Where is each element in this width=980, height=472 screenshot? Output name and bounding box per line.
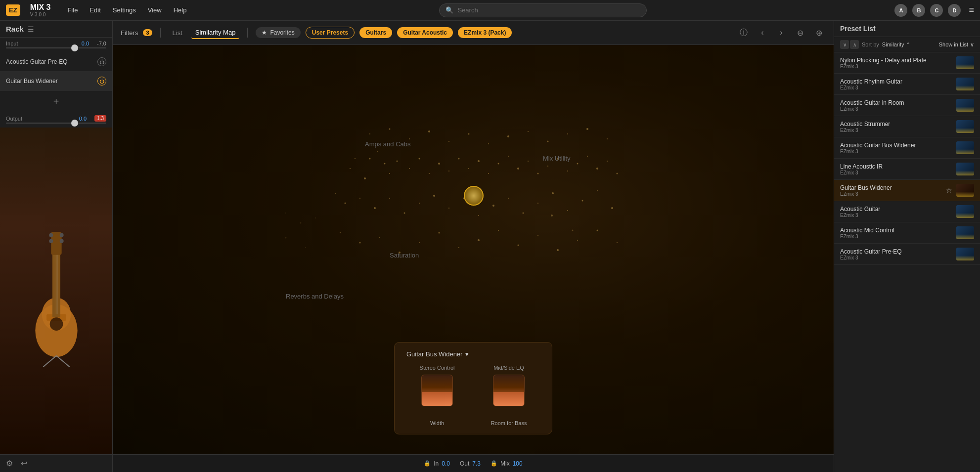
out-value: 7.3 xyxy=(472,460,481,467)
svg-point-68 xyxy=(399,252,401,254)
svg-point-43 xyxy=(607,161,608,162)
svg-point-99 xyxy=(305,247,306,248)
width-knob-name: Width xyxy=(430,420,444,426)
preset-pack-9: EZmix 3 xyxy=(840,234,952,239)
svg-point-88 xyxy=(528,131,529,132)
preset-item-1[interactable]: Nylon Plucking - Delay and Plate EZmix 3 xyxy=(834,52,980,74)
preset-pack-2: EZmix 3 xyxy=(840,85,952,90)
similarity-map[interactable]: Amps and Cabs Mix Utility Saturation Rev… xyxy=(113,45,834,454)
svg-point-10 xyxy=(49,239,53,243)
menu-file[interactable]: File xyxy=(62,4,83,16)
preset-item-8[interactable]: Acoustic Guitar EZmix 3 xyxy=(834,201,980,222)
preset-item-3[interactable]: Acoustic Guitar in Room EZmix 3 xyxy=(834,95,980,116)
svg-point-70 xyxy=(439,232,440,234)
width-knob[interactable] xyxy=(421,375,453,414)
hamburger-menu[interactable]: ≡ xyxy=(969,5,974,15)
preset-item-2[interactable]: Acoustic Rhythm Guitar EZmix 3 xyxy=(834,74,980,95)
user-icon-a[interactable]: A xyxy=(894,4,907,17)
divider2 xyxy=(247,28,248,38)
roombass-knob-body xyxy=(493,375,525,406)
roombass-knob[interactable] xyxy=(493,375,525,414)
collapse-down-btn[interactable]: ∨ xyxy=(840,40,849,49)
svg-point-33 xyxy=(508,156,509,157)
power-icon-0[interactable]: ⏻ xyxy=(97,57,106,66)
svg-point-72 xyxy=(478,239,480,241)
input-slider-thumb[interactable] xyxy=(71,44,78,51)
menu-items: File Edit Settings View Help xyxy=(62,4,191,16)
svg-point-80 xyxy=(369,133,370,134)
add-plugin-button[interactable]: + xyxy=(0,91,112,112)
guitars-chip[interactable]: Guitars xyxy=(359,27,392,38)
preset-info-10: Acoustic Guitar Pre-EQ EZmix 3 xyxy=(840,248,952,260)
user-icon-c[interactable]: C xyxy=(930,4,943,17)
svg-point-97 xyxy=(315,217,316,218)
user-icon-d[interactable]: D xyxy=(948,4,961,17)
input-row: Input 0.0 -7.0 xyxy=(0,38,112,47)
preset-info-8: Acoustic Guitar EZmix 3 xyxy=(840,206,952,218)
preset-item-4[interactable]: Acoustic Strummer EZmix 3 xyxy=(834,116,980,137)
favorites-chip[interactable]: ★ Favorites xyxy=(256,27,300,38)
mix-lock-icon: 🔒 xyxy=(490,460,497,467)
preset-item-5[interactable]: Acoustic Guitar Bus Widener EZmix 3 xyxy=(834,137,980,159)
width-knob-body xyxy=(421,375,453,406)
info-button[interactable]: ⓘ xyxy=(737,26,751,40)
menu-edit[interactable]: Edit xyxy=(85,4,105,16)
back-icon[interactable]: ↩ xyxy=(21,459,27,468)
output-value: 0.0 xyxy=(79,116,87,122)
preset-name-1: Nylon Plucking - Delay and Plate xyxy=(840,57,952,64)
svg-point-21 xyxy=(397,161,398,162)
preset-thumbnail-7 xyxy=(956,184,974,197)
next-button[interactable]: › xyxy=(774,26,788,40)
search-input[interactable] xyxy=(457,6,640,14)
sort-dropdown[interactable]: Similarity ⌃ xyxy=(882,42,911,48)
svg-point-19 xyxy=(364,177,366,179)
menu-settings[interactable]: Settings xyxy=(108,4,141,16)
zoom-in-button[interactable]: ⊕ xyxy=(812,26,826,40)
svg-point-87 xyxy=(507,135,509,137)
svg-point-55 xyxy=(478,215,479,216)
user-presets-chip[interactable]: User Presets xyxy=(306,27,355,39)
svg-point-53 xyxy=(448,208,449,209)
svg-point-30 xyxy=(478,160,480,162)
left-sidebar: Rack ☰ Input 0.0 -7.0 Acoustic Guitar Pr… xyxy=(0,21,113,472)
user-icon-b[interactable]: B xyxy=(912,4,925,17)
output-slider-thumb[interactable] xyxy=(71,120,78,127)
menu-view[interactable]: View xyxy=(143,4,167,16)
svg-point-96 xyxy=(300,222,302,224)
selected-preset-node[interactable] xyxy=(464,186,484,206)
settings-icon[interactable]: ⚙ xyxy=(6,459,13,468)
popup-header: Guitar Bus Widener ▾ xyxy=(406,350,540,358)
collapse-up-btn[interactable]: ∧ xyxy=(850,40,859,49)
ezmix3-pack-chip[interactable]: EZmix 3 (Pack) xyxy=(458,27,512,38)
out-status: Out 7.3 xyxy=(460,460,481,467)
preset-item-10[interactable]: Acoustic Guitar Pre-EQ EZmix 3 xyxy=(834,244,980,265)
zoom-out-button[interactable]: ⊖ xyxy=(793,26,807,40)
tab-list[interactable]: List xyxy=(169,27,186,39)
tab-similarity[interactable]: Similarity Map xyxy=(191,27,240,39)
preset-item-7[interactable]: Guitar Bus Widener EZmix 3 ☆ xyxy=(834,180,980,201)
guitar-acoustic-chip[interactable]: Guitar Acoustic xyxy=(397,27,453,38)
show-in-list-button[interactable]: Show in List ∨ xyxy=(939,42,974,48)
plugin-row-1[interactable]: Guitar Bus Widener ⏻ xyxy=(0,72,112,91)
svg-point-42 xyxy=(596,168,598,170)
plugin-row-0[interactable]: Acoustic Guitar Pre-EQ ⏻ xyxy=(0,52,112,72)
output-slider-track[interactable] xyxy=(6,123,106,124)
preset-item-9[interactable]: Acoustic Mid Control EZmix 3 xyxy=(834,222,980,244)
guitar-image xyxy=(0,128,112,454)
power-icon-1[interactable]: ⏻ xyxy=(97,77,106,86)
popup-dropdown[interactable]: Guitar Bus Widener ▾ xyxy=(406,350,469,358)
prev-button[interactable]: ‹ xyxy=(756,26,769,40)
svg-point-59 xyxy=(537,203,538,204)
favorite-star-7[interactable]: ☆ xyxy=(946,186,952,194)
input-slider-track[interactable] xyxy=(6,47,106,48)
svg-point-58 xyxy=(523,213,524,214)
svg-point-20 xyxy=(389,173,390,174)
rack-menu-icon[interactable]: ☰ xyxy=(28,25,34,33)
preset-item-6[interactable]: Line Acoustic IR EZmix 3 xyxy=(834,159,980,180)
roombass-knob-name: Room for Bass xyxy=(491,420,527,426)
menu-help[interactable]: Help xyxy=(169,4,192,16)
preset-thumbnail-9 xyxy=(956,226,974,239)
in-label: In xyxy=(434,460,439,467)
svg-point-64 xyxy=(611,207,613,209)
preset-list-title: Preset List xyxy=(840,25,974,33)
